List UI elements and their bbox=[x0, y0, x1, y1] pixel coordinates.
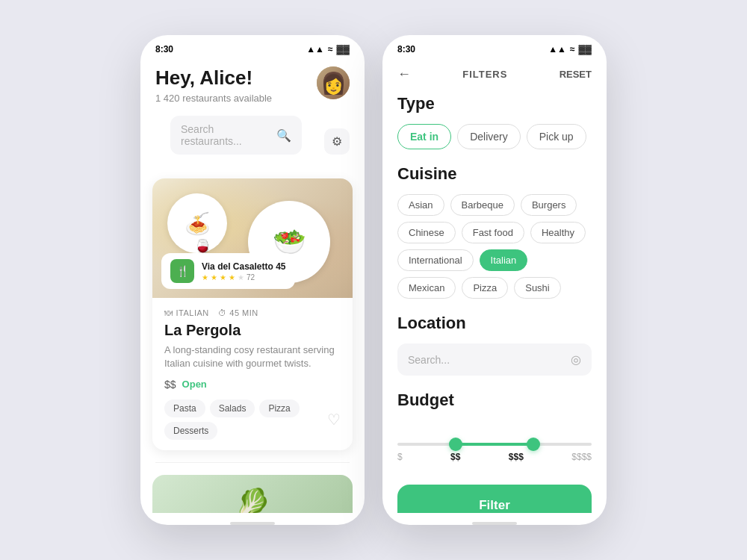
bottom-indicator-2 bbox=[472, 522, 517, 525]
avatar-image bbox=[317, 66, 350, 99]
star-half: ★ bbox=[229, 273, 235, 281]
budget-label-three-dollar: $$$ bbox=[509, 452, 524, 462]
back-button[interactable]: ← bbox=[397, 66, 411, 82]
budget-label-dollar: $ bbox=[397, 452, 403, 462]
cuisine-section: Cuisine Asian Barbeque Burgers Chinese F… bbox=[382, 164, 607, 314]
status-time-1: 8:30 bbox=[155, 44, 173, 55]
location-search-bar[interactable]: Search... ◎ bbox=[397, 343, 592, 376]
cuisine-tags-list: Pasta Salads Pizza Desserts bbox=[164, 399, 327, 440]
signal-icon-2: ▲▲ bbox=[548, 44, 566, 55]
restaurant-name: La Pergola bbox=[164, 322, 341, 339]
main-screen-phone: 8:30 ▲▲ ≈ ▓▓ Hey, Alice! 1 420 restauran… bbox=[140, 35, 365, 525]
filter-screen-title: FILTERS bbox=[462, 69, 507, 80]
star-2: ★ bbox=[211, 273, 217, 281]
tag-chip-pasta: Pasta bbox=[164, 399, 205, 417]
main-header: Hey, Alice! 1 420 restaurants available bbox=[140, 60, 365, 116]
type-eat-in-button[interactable]: Eat in bbox=[397, 124, 451, 149]
search-icon: 🔍 bbox=[276, 128, 291, 143]
avatar[interactable] bbox=[317, 66, 350, 99]
restaurant-description: A long-standing cosy restaurant serving … bbox=[164, 343, 341, 370]
type-delivery-button[interactable]: Delivery bbox=[457, 124, 521, 149]
status-icons-1: ▲▲ ≈ ▓▓ bbox=[306, 44, 350, 55]
cuisine-chip-healthy[interactable]: Healthy bbox=[530, 222, 586, 243]
budget-fill bbox=[456, 443, 533, 446]
cuisine-chip-pizza[interactable]: Pizza bbox=[462, 277, 508, 299]
overlay-restaurant-name: Via del Casaletto 45 bbox=[202, 261, 286, 272]
battery-icon-2: ▓▓ bbox=[579, 44, 592, 55]
cuisine-meta: 🍽 ITALIAN bbox=[164, 308, 209, 317]
restaurant-logo: 🍴 bbox=[170, 259, 194, 283]
restaurant-card-2-image: 🥬 bbox=[152, 475, 353, 513]
greeting-title: Hey, Alice! bbox=[155, 66, 272, 90]
restaurant-card-1[interactable]: 🍝 🥗 🍷 🍴 Via del Casaletto 45 ★ ★ ★ bbox=[152, 178, 353, 449]
card-info: 🍽 ITALIAN ⏱ 45 MIN La Pergola A long-sta… bbox=[152, 298, 353, 449]
cuisine-chip-fastfood[interactable]: Fast food bbox=[462, 222, 524, 243]
budget-slider[interactable]: $ $$ $$$ $$$$ bbox=[397, 420, 592, 470]
filter-header: ← FILTERS RESET bbox=[382, 60, 607, 94]
battery-icon: ▓▓ bbox=[337, 44, 350, 55]
tag-chip-desserts: Desserts bbox=[164, 422, 217, 440]
price-tag: $$ bbox=[164, 379, 176, 391]
status-bar-1: 8:30 ▲▲ ≈ ▓▓ bbox=[140, 35, 365, 60]
budget-section-title: Budget bbox=[397, 391, 592, 410]
budget-thumb-right[interactable] bbox=[527, 438, 540, 451]
status-bar-2: 8:30 ▲▲ ≈ ▓▓ bbox=[382, 35, 607, 60]
type-pickup-button[interactable]: Pick up bbox=[527, 124, 586, 149]
apply-filter-button[interactable]: Filter bbox=[397, 485, 592, 513]
location-placeholder: Search... bbox=[408, 354, 563, 366]
wifi-icon-2: ≈ bbox=[570, 44, 575, 55]
card-overlay: 🍴 Via del Casaletto 45 ★ ★ ★ ★ ★ 72 bbox=[161, 253, 295, 289]
card-divider bbox=[155, 462, 350, 463]
card-overlay-info: Via del Casaletto 45 ★ ★ ★ ★ ★ 72 bbox=[202, 261, 286, 281]
restaurants-count: 1 420 restaurants available bbox=[155, 93, 272, 104]
status-time-2: 8:30 bbox=[397, 44, 415, 55]
cuisine-chips-group: Asian Barbeque Burgers Chinese Fast food… bbox=[397, 194, 592, 299]
time-meta: ⏱ 45 MIN bbox=[218, 308, 258, 317]
tag-chip-pizza: Pizza bbox=[259, 399, 299, 417]
greeting-section: Hey, Alice! 1 420 restaurants available bbox=[155, 66, 272, 104]
cuisine-chip-italian[interactable]: Italian bbox=[480, 249, 528, 271]
cuisine-section-title: Cuisine bbox=[397, 164, 592, 184]
location-pin-icon: ◎ bbox=[571, 352, 581, 367]
budget-thumb-left[interactable] bbox=[449, 438, 462, 451]
price-status-row: $$ Open bbox=[164, 379, 341, 391]
restaurant-card-image: 🍝 🥗 🍷 🍴 Via del Casaletto 45 ★ ★ ★ bbox=[152, 178, 353, 298]
budget-label-two-dollar: $$ bbox=[450, 452, 460, 462]
open-badge: Open bbox=[182, 379, 207, 390]
cuisine-chip-chinese[interactable]: Chinese bbox=[397, 222, 456, 243]
cuisine-chip-mexican[interactable]: Mexican bbox=[397, 277, 456, 299]
bottom-indicator-1 bbox=[230, 522, 275, 525]
star-empty: ★ bbox=[238, 273, 244, 281]
cuisine-chip-international[interactable]: International bbox=[397, 249, 474, 271]
budget-label-four-dollar: $$$$ bbox=[571, 452, 592, 462]
location-section: Location Search... ◎ bbox=[382, 314, 607, 391]
review-count: 72 bbox=[247, 273, 255, 281]
signal-icon: ▲▲ bbox=[306, 44, 324, 55]
cuisine-chip-sushi[interactable]: Sushi bbox=[514, 277, 561, 299]
cuisine-chip-burgers[interactable]: Burgers bbox=[521, 194, 577, 216]
filter-icon-button[interactable]: ⚙ bbox=[324, 128, 350, 155]
filter-screen-phone: 8:30 ▲▲ ≈ ▓▓ ← FILTERS RESET Type Eat in… bbox=[382, 35, 607, 525]
cuisine-chip-asian[interactable]: Asian bbox=[397, 194, 444, 216]
star-1: ★ bbox=[202, 273, 208, 281]
budget-track bbox=[397, 443, 592, 446]
type-buttons-group: Eat in Delivery Pick up bbox=[397, 124, 592, 149]
card-tags-row: Pasta Salads Pizza Desserts ♡ bbox=[164, 399, 341, 440]
search-row: Search restaurants... 🔍 ⚙ bbox=[140, 116, 365, 178]
tag-chip-salads: Salads bbox=[210, 399, 255, 417]
location-section-title: Location bbox=[397, 314, 592, 333]
type-section: Type Eat in Delivery Pick up bbox=[382, 94, 607, 164]
card-meta: 🍽 ITALIAN ⏱ 45 MIN bbox=[164, 308, 341, 317]
reset-button[interactable]: RESET bbox=[560, 69, 592, 80]
star-3: ★ bbox=[220, 273, 226, 281]
budget-labels: $ $$ $$$ $$$$ bbox=[397, 452, 592, 462]
search-bar[interactable]: Search restaurants... 🔍 bbox=[170, 116, 302, 155]
star-rating: ★ ★ ★ ★ ★ 72 bbox=[202, 273, 286, 281]
budget-section: Budget $ $$ $$$ $$$$ bbox=[382, 391, 607, 485]
type-section-title: Type bbox=[397, 94, 592, 113]
status-icons-2: ▲▲ ≈ ▓▓ bbox=[548, 44, 592, 55]
favorite-button[interactable]: ♡ bbox=[327, 411, 341, 429]
wifi-icon: ≈ bbox=[328, 44, 333, 55]
search-placeholder-text: Search restaurants... bbox=[181, 123, 269, 147]
cuisine-chip-barbeque[interactable]: Barbeque bbox=[450, 194, 515, 216]
